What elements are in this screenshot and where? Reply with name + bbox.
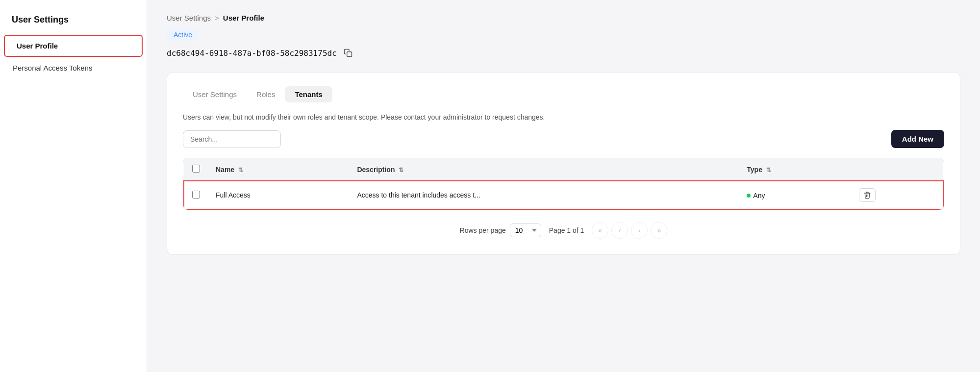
sidebar-item-personal-access-tokens[interactable]: Personal Access Tokens — [0, 57, 147, 79]
row-actions-cell — [851, 181, 943, 209]
breadcrumb-sep: > — [215, 14, 219, 22]
name-sort-icon: ⇅ — [238, 167, 243, 174]
col-header-type[interactable]: Type ⇅ — [739, 158, 851, 181]
main-card: User Settings Roles Tenants Users can vi… — [167, 72, 960, 255]
tabs-bar: User Settings Roles Tenants — [183, 86, 944, 102]
delete-row-button[interactable] — [859, 188, 876, 202]
pagination-prev-button[interactable]: ‹ — [611, 222, 628, 239]
tab-user-settings[interactable]: User Settings — [183, 86, 247, 102]
row-description-cell: Access to this tenant includes access t.… — [349, 181, 739, 209]
add-new-button[interactable]: Add New — [891, 130, 944, 148]
breadcrumb-current: User Profile — [223, 14, 264, 22]
pagination-first-button[interactable]: « — [592, 222, 608, 239]
search-row: Add New — [183, 130, 944, 148]
rows-per-page-select[interactable]: 10 25 50 100 — [510, 223, 541, 237]
select-all-checkbox[interactable] — [192, 165, 200, 173]
type-sort-icon: ⇅ — [766, 167, 771, 174]
info-text: Users can view, but not modify their own… — [183, 113, 944, 121]
breadcrumb: User Settings > User Profile — [167, 14, 960, 22]
status-badge: Active — [167, 29, 199, 41]
pagination-row: Rows per page 10 25 50 100 Page 1 of 1 «… — [183, 222, 944, 239]
sidebar: User Settings User Profile Personal Acce… — [0, 0, 147, 372]
rows-per-page: Rows per page 10 25 50 100 — [460, 223, 541, 237]
tenants-table: Name ⇅ Description ⇅ Type ⇅ — [183, 158, 944, 210]
row-name-cell: Full Access — [208, 181, 349, 209]
row-type-cell: Any — [739, 181, 851, 209]
row-checkbox-cell — [184, 181, 208, 209]
rows-per-page-label: Rows per page — [460, 226, 506, 234]
description-sort-icon: ⇅ — [399, 167, 403, 174]
uuid-row: dc68c494-6918-487a-bf08-58c2983175dc — [167, 48, 960, 58]
col-header-name[interactable]: Name ⇅ — [208, 158, 349, 181]
sidebar-item-user-profile[interactable]: User Profile — [4, 35, 143, 57]
pagination-buttons: « ‹ › » — [592, 222, 667, 239]
col-header-actions — [851, 158, 943, 181]
copy-uuid-button[interactable] — [342, 48, 354, 58]
page-info: Page 1 of 1 — [549, 226, 584, 234]
uuid-value: dc68c494-6918-487a-bf08-58c2983175dc — [167, 49, 337, 58]
breadcrumb-parent[interactable]: User Settings — [167, 14, 211, 22]
tab-roles[interactable]: Roles — [247, 86, 285, 102]
trash-icon — [863, 191, 871, 199]
row-checkbox[interactable] — [192, 191, 200, 198]
col-header-description[interactable]: Description ⇅ — [349, 158, 739, 181]
svg-rect-0 — [347, 52, 352, 57]
type-value: Any — [747, 192, 765, 199]
copy-icon — [344, 49, 352, 57]
pagination-last-button[interactable]: » — [651, 222, 667, 239]
main-content: User Settings > User Profile Active dc68… — [147, 0, 980, 372]
search-input[interactable] — [183, 130, 281, 148]
table-row: Full Access Access to this tenant includ… — [184, 181, 943, 209]
pagination-next-button[interactable]: › — [631, 222, 648, 239]
sidebar-title: User Settings — [0, 10, 147, 35]
tab-tenants[interactable]: Tenants — [285, 86, 332, 102]
col-header-checkbox — [184, 158, 208, 181]
